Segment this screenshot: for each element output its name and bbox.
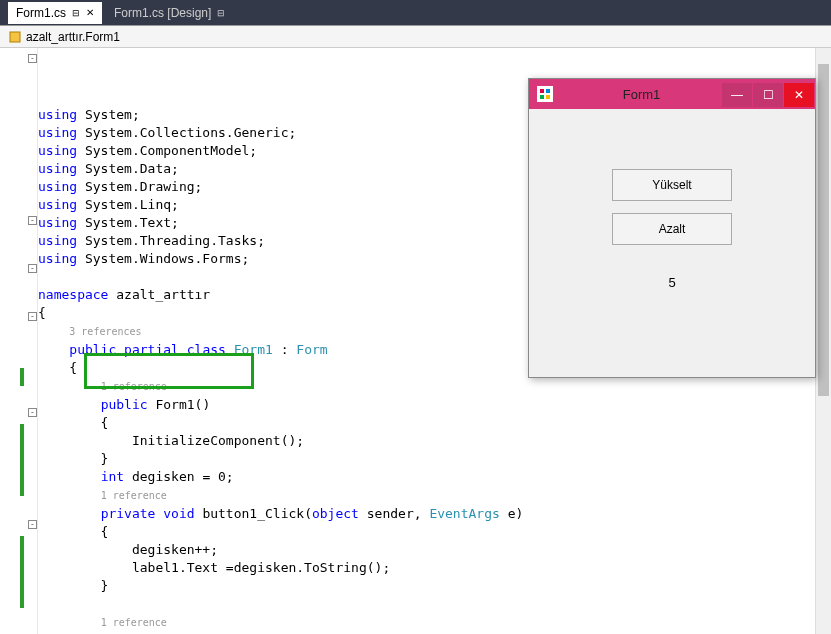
gutter: - - - - - - [0,48,38,634]
pin-icon[interactable]: ⊟ [72,8,80,18]
minimize-button[interactable]: — [722,83,752,107]
fold-icon[interactable]: - [28,264,37,273]
tab-label: Form1.cs [Design] [114,6,211,20]
svg-rect-2 [540,89,544,93]
svg-rect-4 [540,95,544,99]
pin-icon[interactable]: ⊟ [217,8,225,18]
fold-icon[interactable]: - [28,408,37,417]
fold-icon[interactable]: - [28,312,37,321]
current-line-highlight [38,574,831,592]
tab-form1-design[interactable]: Form1.cs [Design] ⊟ [106,2,233,24]
app-icon [537,86,553,102]
highlight-box [84,353,254,389]
fold-icon[interactable]: - [28,216,37,225]
change-marker [20,368,24,386]
change-marker [20,424,24,496]
azalt-button[interactable]: Azalt [612,213,732,245]
breadcrumb[interactable]: azalt_arttır.Form1 [0,26,831,48]
svg-rect-0 [10,32,20,42]
close-button[interactable]: ✕ [784,83,814,107]
tab-form1-cs[interactable]: Form1.cs ⊟ ✕ [8,2,102,24]
tab-bar: Form1.cs ⊟ ✕ Form1.cs [Design] ⊟ [0,0,831,26]
maximize-button[interactable]: ☐ [753,83,783,107]
svg-rect-5 [546,95,550,99]
window-titlebar[interactable]: Form1 — ☐ ✕ [529,79,815,109]
yukselt-button[interactable]: Yükselt [612,169,732,201]
value-label: 5 [549,275,795,290]
running-form1-window[interactable]: Form1 — ☐ ✕ Yükselt Azalt 5 [528,78,816,378]
fold-icon[interactable]: - [28,54,37,63]
class-icon [8,30,22,44]
window-title: Form1 [561,87,722,102]
fold-icon[interactable]: - [28,520,37,529]
close-icon[interactable]: ✕ [86,7,94,18]
form-client-area: Yükselt Azalt 5 [529,109,815,310]
svg-rect-3 [546,89,550,93]
breadcrumb-text: azalt_arttır.Form1 [26,30,120,44]
scrollbar-thumb[interactable] [818,64,829,396]
change-marker [20,536,24,608]
vertical-scrollbar[interactable] [815,48,831,634]
tab-label: Form1.cs [16,6,66,20]
